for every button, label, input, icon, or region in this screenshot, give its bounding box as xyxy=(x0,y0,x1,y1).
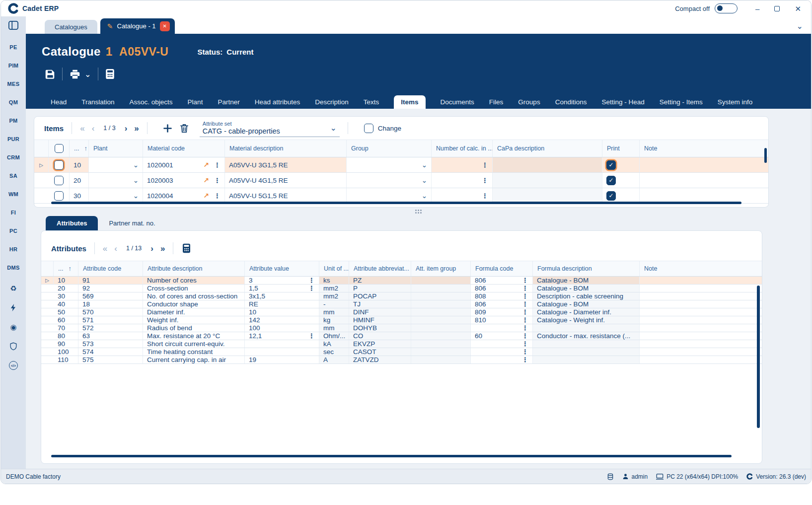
row-checkbox[interactable] xyxy=(54,176,64,185)
col-formula-description[interactable]: Formula description xyxy=(533,261,640,276)
attribute-code-cell[interactable]: 575 xyxy=(78,356,143,363)
material-code-cell[interactable]: 1020001↗⋮ xyxy=(143,157,225,172)
prev-page-button[interactable]: ‹ xyxy=(92,124,95,133)
formula-code-cell[interactable]: 806⋮ xyxy=(471,277,533,284)
attr-row-expander-icon[interactable]: ▷ xyxy=(41,277,54,284)
sidebar-module-item[interactable]: PE xyxy=(9,44,17,50)
col-group[interactable]: Group xyxy=(347,140,432,157)
version-status[interactable]: Version: 26.3 (dev) xyxy=(746,473,806,480)
print-cell[interactable]: ✓ xyxy=(602,157,640,172)
col-material-description[interactable]: Material description xyxy=(225,140,347,157)
compact-toggle[interactable] xyxy=(715,3,738,13)
group-cell[interactable]: ⌄ xyxy=(347,157,432,172)
formula-code-menu-icon[interactable]: ⋮ xyxy=(522,300,528,308)
print-button[interactable] xyxy=(70,69,80,79)
attr-first-page-button[interactable]: « xyxy=(103,244,107,253)
formula-code-menu-icon[interactable]: ⋮ xyxy=(522,324,528,332)
attribute-value-cell[interactable]: 1,5⋮ xyxy=(245,285,319,292)
col-print[interactable]: Print xyxy=(602,140,640,157)
formula-code-cell[interactable]: ⋮ xyxy=(471,348,533,356)
attr-last-page-button[interactable]: » xyxy=(160,244,165,253)
col-unit[interactable]: Unit of ... xyxy=(319,261,349,276)
open-material-icon[interactable]: ↗ xyxy=(203,161,209,169)
plant-cell[interactable]: ⌄ xyxy=(89,188,143,203)
attributes-table-row[interactable]: ▷ 60 571 Weight inf. 142⋮ kg HMINF 810⋮ xyxy=(41,316,762,324)
plant-dropdown-icon[interactable]: ⌄ xyxy=(133,176,139,184)
items-horizontal-scrollbar[interactable] xyxy=(51,202,741,204)
attribute-code-cell[interactable]: 569 xyxy=(78,292,143,300)
section-tab[interactable]: Files xyxy=(489,95,504,109)
attribute-value-cell[interactable]: 19⋮ xyxy=(245,356,319,363)
sidebar-module-item[interactable]: SA xyxy=(9,173,17,179)
attribute-value-cell[interactable]: 3⋮ xyxy=(245,277,319,284)
number-of-calc-cell[interactable]: ⋮ xyxy=(432,157,493,172)
sidebar-module-item[interactable]: CRM xyxy=(7,154,20,160)
attributes-table-row[interactable]: ▷ 20 92 Cross-section 1,5⋮ mm2 P 806⋮ xyxy=(41,285,762,292)
material-description-cell[interactable]: A05VV-U 5G1,5 RE xyxy=(225,188,347,203)
number-of-calc-cell[interactable]: ⋮ xyxy=(432,173,493,188)
target-icon[interactable]: ◉ xyxy=(9,322,18,331)
col-att-item-group[interactable]: Att. item group xyxy=(411,261,471,276)
sidebar-module-item[interactable]: WM xyxy=(8,191,18,197)
formula-code-menu-icon[interactable]: ⋮ xyxy=(522,332,528,340)
code-icon[interactable]: </> xyxy=(9,361,18,370)
sidebar-module-item[interactable]: PIM xyxy=(8,63,18,69)
user-status[interactable]: admin xyxy=(622,473,648,480)
shield-icon[interactable] xyxy=(9,342,18,351)
print-cell[interactable]: ✓ xyxy=(602,188,640,203)
attribute-code-cell[interactable]: 18 xyxy=(78,300,143,308)
maximize-button[interactable] xyxy=(774,6,780,11)
tab-list-chevron-icon[interactable]: ⌄ xyxy=(797,21,803,31)
section-tab[interactable]: Plant xyxy=(188,95,203,109)
formula-code-cell[interactable]: 808⋮ xyxy=(471,292,533,300)
attr-note-cell[interactable] xyxy=(640,285,762,292)
attributes-vertical-scrollbar[interactable] xyxy=(757,286,760,428)
material-description-cell[interactable]: A05VV-U 3G1,5 RE xyxy=(225,157,347,172)
group-cell[interactable]: ⌄ xyxy=(347,173,432,188)
col-material-code[interactable]: Material code xyxy=(143,140,225,157)
col-capa-description[interactable]: CaPa description xyxy=(493,140,602,157)
delete-item-button[interactable] xyxy=(180,124,189,133)
attribute-description-cell[interactable]: Number of cores xyxy=(143,277,245,284)
attribute-value-cell[interactable]: 10⋮ xyxy=(245,308,319,316)
col-attribute-description[interactable]: Attribute description xyxy=(143,261,245,276)
workflow-icon[interactable]: ♻ xyxy=(9,284,18,292)
col-formula-code[interactable]: Formula code xyxy=(471,261,533,276)
attribute-value-menu-icon[interactable]: ⋮ xyxy=(308,285,315,292)
attr-sort-asc-icon[interactable]: ↑ xyxy=(68,265,71,272)
attribute-description-cell[interactable]: Time heating constant xyxy=(143,348,245,356)
col-plant[interactable]: Plant xyxy=(89,140,143,157)
services-status[interactable] xyxy=(607,473,614,480)
attribute-value-cell[interactable]: RE⋮ xyxy=(245,300,319,308)
attribute-value-cell[interactable]: 3x1,5⋮ xyxy=(245,292,319,300)
section-tab[interactable]: Partner xyxy=(218,95,239,109)
attributes-table-row[interactable]: ▷ 110 575 Current carrying cap. in air 1… xyxy=(41,356,762,364)
attribute-value-cell[interactable]: 12,1⋮ xyxy=(245,332,319,340)
formula-code-menu-icon[interactable]: ⋮ xyxy=(522,316,528,324)
attribute-value-cell[interactable]: ⋮ xyxy=(245,340,319,348)
close-tab-button[interactable]: ✕ xyxy=(160,21,170,31)
attribute-description-cell[interactable]: Current carrying cap. in air xyxy=(143,356,245,363)
attr-number-cell[interactable]: 100 xyxy=(54,348,78,356)
open-material-icon[interactable]: ↗ xyxy=(203,176,209,184)
plant-dropdown-icon[interactable]: ⌄ xyxy=(133,192,139,200)
minimize-button[interactable]: – xyxy=(755,5,759,12)
item-number-cell[interactable]: 20 xyxy=(70,173,89,188)
material-code-cell[interactable]: 1020004↗⋮ xyxy=(143,188,225,203)
attr-number-cell[interactable]: 110 xyxy=(54,356,78,363)
formula-code-cell[interactable]: 60⋮ xyxy=(471,332,533,340)
row-checkbox[interactable] xyxy=(54,191,64,201)
attribute-description-cell[interactable]: Short circuit current-equiv. xyxy=(143,340,245,348)
attributes-table-row[interactable]: ▷ 10 91 Number of cores 3⋮ ks PZ 806⋮ xyxy=(41,277,762,285)
attr-number-cell[interactable]: 60 xyxy=(54,316,78,324)
material-code-menu-icon[interactable]: ⋮ xyxy=(214,192,221,200)
section-tab[interactable]: Texts xyxy=(364,95,379,109)
num-calc-menu-icon[interactable]: ⋮ xyxy=(482,177,488,184)
section-tab[interactable]: Setting - Head xyxy=(601,95,644,109)
items-vertical-scrollbar[interactable] xyxy=(764,148,767,163)
sidebar-module-item[interactable]: QM xyxy=(9,99,18,105)
print-checkbox[interactable]: ✓ xyxy=(606,160,616,170)
calculate-button[interactable] xyxy=(105,69,115,79)
attribute-description-cell[interactable]: Diameter inf. xyxy=(143,308,245,316)
formula-code-cell[interactable]: ⋮ xyxy=(471,356,533,363)
